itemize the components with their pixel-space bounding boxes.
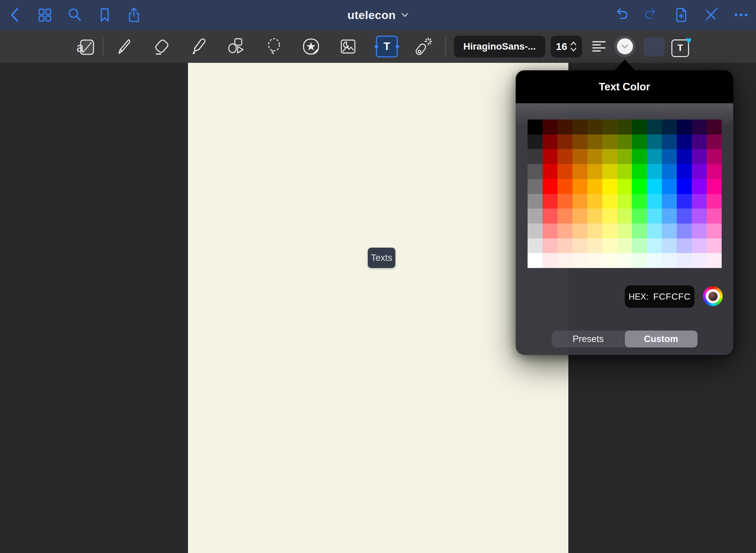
color-swatch[interactable]	[572, 179, 587, 194]
color-swatch[interactable]	[543, 253, 557, 268]
color-swatch[interactable]	[528, 238, 543, 253]
color-swatch[interactable]	[677, 238, 692, 253]
color-swatch[interactable]	[602, 194, 617, 209]
color-swatch[interactable]	[543, 164, 557, 179]
color-swatch[interactable]	[572, 194, 587, 209]
color-swatch[interactable]	[632, 120, 647, 135]
tab-custom[interactable]: Custom	[625, 331, 698, 347]
color-swatch[interactable]	[617, 253, 632, 268]
color-swatch[interactable]	[677, 120, 692, 135]
color-swatch[interactable]	[557, 209, 572, 224]
color-swatch[interactable]	[707, 149, 722, 164]
text-color-button[interactable]	[614, 30, 636, 63]
color-swatch[interactable]	[572, 149, 587, 164]
color-swatch[interactable]	[632, 224, 647, 238]
color-swatch[interactable]	[662, 164, 677, 179]
color-swatch[interactable]	[692, 164, 707, 179]
color-swatch[interactable]	[662, 253, 677, 268]
color-swatch[interactable]	[602, 164, 617, 179]
color-swatch[interactable]	[677, 194, 692, 209]
color-swatch[interactable]	[528, 179, 543, 194]
color-swatch[interactable]	[543, 179, 557, 194]
color-swatch[interactable]	[647, 224, 662, 238]
color-swatch[interactable]	[692, 238, 707, 253]
color-swatch[interactable]	[662, 238, 677, 253]
color-swatch[interactable]	[557, 164, 572, 179]
color-swatch[interactable]	[528, 194, 543, 209]
color-swatch[interactable]	[632, 238, 647, 253]
color-swatch[interactable]	[707, 164, 722, 179]
search-button[interactable]	[63, 0, 87, 30]
share-button[interactable]	[122, 0, 146, 30]
color-swatch[interactable]	[632, 149, 647, 164]
color-swatch[interactable]	[647, 209, 662, 224]
favorite-text-style-button[interactable]: T ♥	[669, 30, 691, 63]
color-swatch[interactable]	[707, 209, 722, 224]
color-swatch[interactable]	[692, 149, 707, 164]
color-swatch[interactable]	[557, 253, 572, 268]
color-swatch[interactable]	[707, 179, 722, 194]
hex-field[interactable]: HEX: FCFCFC	[625, 285, 694, 308]
color-swatch[interactable]	[617, 135, 632, 149]
color-swatch[interactable]	[662, 209, 677, 224]
color-swatch[interactable]	[677, 149, 692, 164]
color-swatch[interactable]	[543, 224, 557, 238]
color-swatch[interactable]	[677, 209, 692, 224]
color-swatch[interactable]	[602, 149, 617, 164]
back-button[interactable]	[3, 0, 27, 30]
color-swatch[interactable]	[647, 238, 662, 253]
color-swatch[interactable]	[707, 238, 722, 253]
highlighter-tool-button[interactable]	[189, 30, 210, 63]
color-swatch[interactable]	[587, 194, 602, 209]
color-swatch[interactable]	[587, 209, 602, 224]
color-swatch[interactable]	[707, 253, 722, 268]
color-swatch[interactable]	[602, 253, 617, 268]
color-swatch[interactable]	[543, 209, 557, 224]
lasso-tool-button[interactable]	[263, 30, 285, 63]
color-swatch[interactable]	[617, 149, 632, 164]
color-swatch[interactable]	[632, 164, 647, 179]
color-swatch[interactable]	[662, 135, 677, 149]
text-tool-button[interactable]: T	[376, 30, 398, 63]
color-swatch[interactable]	[572, 164, 587, 179]
color-swatch[interactable]	[707, 120, 722, 135]
color-swatch[interactable]	[587, 179, 602, 194]
color-swatch[interactable]	[677, 224, 692, 238]
color-swatch[interactable]	[632, 253, 647, 268]
color-swatch[interactable]	[647, 253, 662, 268]
color-swatch[interactable]	[543, 238, 557, 253]
color-swatch[interactable]	[632, 179, 647, 194]
color-swatch[interactable]	[528, 135, 543, 149]
texts-object[interactable]: Texts	[368, 248, 395, 268]
color-swatch[interactable]	[557, 120, 572, 135]
color-swatch[interactable]	[707, 224, 722, 238]
redo-button[interactable]	[639, 0, 663, 30]
color-swatch[interactable]	[543, 120, 557, 135]
color-swatch[interactable]	[602, 238, 617, 253]
color-swatch[interactable]	[692, 120, 707, 135]
undo-button[interactable]	[609, 0, 634, 30]
color-swatch[interactable]	[557, 179, 572, 194]
color-swatch[interactable]	[572, 209, 587, 224]
color-swatch[interactable]	[617, 194, 632, 209]
color-swatch[interactable]	[662, 224, 677, 238]
color-swatch[interactable]	[692, 194, 707, 209]
thumbnails-button[interactable]	[33, 0, 57, 30]
color-swatch[interactable]	[617, 164, 632, 179]
font-selector[interactable]: HiraginoSans-...	[457, 30, 543, 63]
shapes-tool-button[interactable]	[226, 30, 247, 63]
color-swatch[interactable]	[632, 209, 647, 224]
color-swatch[interactable]	[587, 253, 602, 268]
color-swatch[interactable]	[602, 120, 617, 135]
color-swatch[interactable]	[572, 120, 587, 135]
color-swatch[interactable]	[662, 120, 677, 135]
color-swatch[interactable]	[707, 194, 722, 209]
color-swatch[interactable]	[587, 120, 602, 135]
color-swatch[interactable]	[602, 224, 617, 238]
color-swatch[interactable]	[692, 253, 707, 268]
color-swatch[interactable]	[572, 224, 587, 238]
reading-mode-button[interactable]: a	[75, 30, 97, 63]
color-swatch[interactable]	[677, 179, 692, 194]
color-swatch[interactable]	[528, 224, 543, 238]
pen-tool-button[interactable]	[114, 30, 135, 63]
